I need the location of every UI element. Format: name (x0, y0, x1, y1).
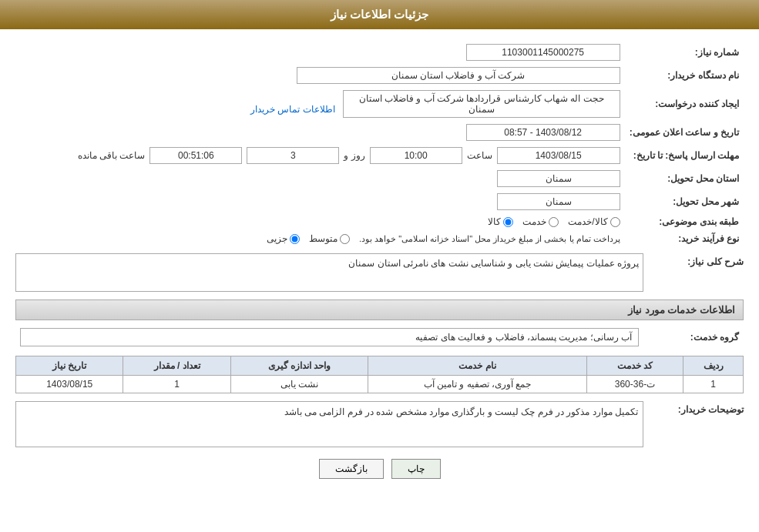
need-number-label: شماره نیاز: (625, 41, 744, 64)
deadline-label: مهلت ارسال پاسخ: تا تاریخ: (625, 144, 744, 167)
creator-cell: حجت اله شهاب کارشناس قراردادها شرکت آب و… (15, 87, 625, 121)
creator-label: ایجاد کننده درخواست: (625, 87, 744, 121)
process-radio-group: پرداخت تمام یا بخشی از مبلغ خریداز محل "… (20, 233, 620, 244)
radio-motevaset-label: متوسط (309, 233, 338, 244)
buyer-org-label: نام دستگاه خریدار: (625, 64, 744, 87)
page-title: جزئیات اطلاعات نیاز (331, 8, 428, 21)
cell-name: جمع آوری، تصفیه و تامین آب (368, 376, 586, 393)
col-header-row: ردیف (683, 356, 744, 376)
radio-jozee: جزیی (267, 233, 300, 244)
radio-kala-label: کالا (488, 216, 501, 227)
radio-khedmat-input[interactable] (549, 217, 559, 227)
cell-row: 1 (683, 376, 744, 393)
info-table: شماره نیاز: 1103001145000275 نام دستگاه … (15, 41, 744, 247)
back-button[interactable]: بازگشت (319, 459, 384, 479)
cell-code: ت-36-360 (586, 376, 683, 393)
announce-box: 1403/08/12 - 08:57 (466, 124, 620, 141)
table-row: 1 ت-36-360 جمع آوری، تصفیه و تامین آب نش… (16, 376, 744, 393)
need-number-box: 1103001145000275 (466, 44, 620, 61)
radio-kala-input[interactable] (503, 217, 513, 227)
creator-box: حجت اله شهاب کارشناس قراردادها شرکت آب و… (343, 90, 620, 118)
category-label: طبقه بندی موضوعی: (625, 213, 744, 230)
cell-unit: نشت یابی (230, 376, 368, 393)
deadline-time-label: ساعت (467, 150, 492, 161)
col-header-code: کد خدمت (586, 356, 683, 376)
radio-kala: کالا (488, 216, 513, 227)
service-table: گروه خدمت: آب رسانی؛ مدیریت پسماند، فاضل… (15, 325, 744, 350)
creator-link[interactable]: اطلاعات تماس خریدار (250, 104, 335, 115)
need-desc-label: شرح کلی نیاز: (643, 253, 744, 267)
deadline-days-label: روز و (344, 150, 364, 161)
col-header-unit: واحد اندازه گیری (230, 356, 368, 376)
deadline-time-box: 10:00 (370, 147, 462, 164)
city-cell: سمنان (15, 190, 625, 213)
radio-kala-khedmat-input[interactable] (610, 217, 620, 227)
buyer-org-value: شرکت آب و فاضلاب استان سمنان (15, 64, 625, 87)
cell-count: 1 (123, 376, 230, 393)
deadline-remain-label: ساعت باقی مانده (78, 150, 146, 161)
process-note-text: پرداخت تمام یا بخشی از مبلغ خریداز محل "… (359, 234, 620, 244)
city-label: شهر محل تحویل: (625, 190, 744, 213)
province-label: استان محل تحویل: (625, 167, 744, 190)
service-section-title: اطلاعات خدمات مورد نیاز (15, 299, 744, 320)
announce-label: تاریخ و ساعت اعلان عمومی: (625, 121, 744, 144)
need-number-value: 1103001145000275 (15, 41, 625, 64)
need-desc-area: پروژه عملیات پیمایش نشت یابی و شناسایی ن… (15, 253, 643, 292)
page-wrapper: جزئیات اطلاعات نیاز شماره نیاز: 11030011… (0, 0, 759, 532)
deadline-row: 1403/08/15 ساعت 10:00 روز و 3 00:51:06 س… (20, 147, 620, 164)
process-cell: پرداخت تمام یا بخشی از مبلغ خریداز محل "… (15, 230, 625, 247)
announce-cell: 1403/08/12 - 08:57 (15, 121, 625, 144)
service-group-cell: آب رسانی؛ مدیریت پسماند، فاضلاب و فعالیت… (15, 325, 643, 350)
radio-kala-khedmat: کالا/خدمت (568, 216, 620, 227)
buyer-notes-area: تکمیل موارد مذکور در فرم چک لیست و بارگذ… (15, 401, 643, 447)
buyer-notes-row: توضیحات خریدار: تکمیل موارد مذکور در فرم… (15, 401, 744, 447)
button-row: چاپ بازگشت (15, 459, 744, 479)
cell-date: 1403/08/15 (16, 376, 123, 393)
province-cell: سمنان (15, 167, 625, 190)
radio-motevaset-input[interactable] (340, 234, 350, 244)
need-desc-box: پروژه عملیات پیمایش نشت یابی و شناسایی ن… (15, 253, 643, 292)
need-desc-row: شرح کلی نیاز: پروژه عملیات پیمایش نشت یا… (15, 253, 744, 292)
buyer-notes-label: توضیحات خریدار: (643, 401, 744, 415)
col-header-date: تاریخ نیاز (16, 356, 123, 376)
services-grid: ردیف کد خدمت نام خدمت واحد اندازه گیری ت… (15, 356, 744, 393)
province-box: سمنان (497, 170, 620, 187)
process-label: نوع فرآیند خرید: (625, 230, 744, 247)
service-group-box: آب رسانی؛ مدیریت پسماند، فاضلاب و فعالیت… (20, 328, 639, 346)
deadline-days-box: 3 (247, 147, 339, 164)
col-header-name: نام خدمت (368, 356, 586, 376)
page-header: جزئیات اطلاعات نیاز (0, 0, 759, 29)
buyer-org-box: شرکت آب و فاضلاب استان سمنان (297, 67, 620, 84)
buyer-notes-box: تکمیل موارد مذکور در فرم چک لیست و بارگذ… (15, 401, 643, 447)
radio-jozee-label: جزیی (267, 233, 287, 244)
print-button[interactable]: چاپ (391, 459, 441, 479)
category-cell: کالا/خدمت خدمت کالا (15, 213, 625, 230)
radio-motevaset: متوسط (309, 233, 350, 244)
col-header-count: تعداد / مقدار (123, 356, 230, 376)
city-box: سمنان (497, 193, 620, 210)
radio-khedmat-label: خدمت (522, 216, 546, 227)
radio-khedmat: خدمت (522, 216, 559, 227)
radio-jozee-input[interactable] (290, 234, 300, 244)
deadline-cell: 1403/08/15 ساعت 10:00 روز و 3 00:51:06 س… (15, 144, 625, 167)
deadline-remain-box: 00:51:06 (149, 147, 242, 164)
service-group-label: گروه خدمت: (643, 325, 744, 350)
radio-kala-khedmat-label: کالا/خدمت (568, 216, 607, 227)
category-radio-group: کالا/خدمت خدمت کالا (20, 216, 620, 227)
content-area: شماره نیاز: 1103001145000275 نام دستگاه … (0, 29, 759, 490)
deadline-date-box: 1403/08/15 (497, 147, 620, 164)
